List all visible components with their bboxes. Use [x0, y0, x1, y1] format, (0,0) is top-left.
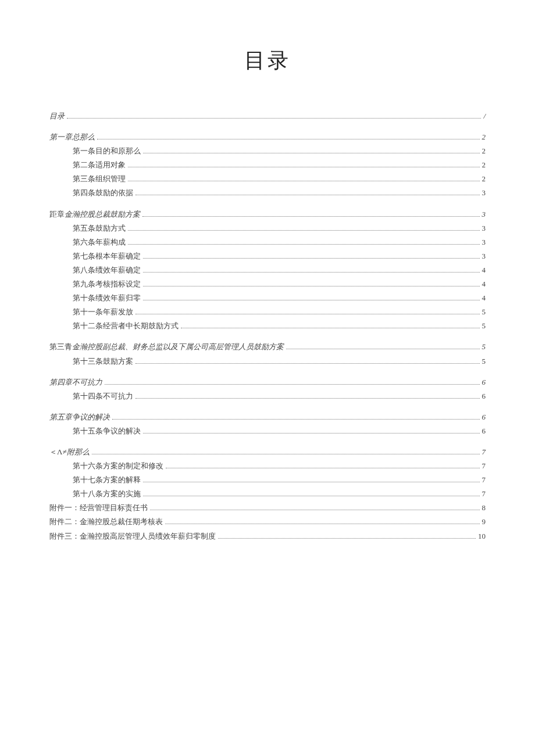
- toc-entry-page: 5: [482, 306, 486, 318]
- toc-entry-label: 第六条年薪构成: [73, 236, 126, 249]
- toc-leader-dots: [97, 139, 480, 139]
- toc-entry: 第十三条鼓励方案5: [73, 355, 486, 368]
- toc-entry-label: 距章金瀚控股总裁鼓励方案: [49, 208, 140, 221]
- toc-leader-dots: [181, 328, 480, 328]
- toc-entry: 第一章总那么2: [49, 131, 486, 144]
- toc-leader-dots: [128, 244, 480, 245]
- toc-entry-label: 第十一条年薪发放: [73, 306, 133, 318]
- toc-entry: 目录/: [49, 110, 486, 123]
- toc-entry-label: 第三青金瀚控股副总裁、财务总监以及下属公司高层管理人员鼓励方案: [49, 341, 284, 353]
- toc-entry: 第九条考核指标设定4: [73, 278, 486, 291]
- toc-entry: 第十四条不可抗力6: [73, 390, 486, 403]
- toc-entry-prefix: 第三青: [49, 342, 72, 351]
- toc-entry-label: 第五章争议的解决: [49, 411, 110, 424]
- toc-leader-dots: [128, 181, 480, 181]
- toc-entry-label: 第四条鼓励的依据: [73, 187, 133, 199]
- toc-entry-page: 4: [482, 278, 486, 291]
- toc-entry: 第十一条年薪发放5: [73, 306, 486, 318]
- toc-entry: 第七条根本年薪确定3: [73, 250, 486, 263]
- toc-entry-label: 第一条目的和原那么: [73, 145, 141, 157]
- toc-leader-dots: [143, 258, 480, 259]
- toc-entry-page: 3: [482, 250, 486, 263]
- toc-entry: 第十八条方案的实施7: [73, 488, 486, 500]
- toc-leader-dots: [143, 482, 480, 482]
- toc-entry-page: 2: [482, 145, 486, 157]
- toc-entry-page: 6: [482, 376, 486, 389]
- page-title: 目录: [49, 46, 486, 75]
- toc-entry: 距章金瀚控股总裁鼓励方案3: [49, 208, 486, 221]
- toc-entry-label: 第九条考核指标设定: [73, 278, 141, 291]
- toc-entry-page: 7: [482, 474, 486, 486]
- toc-entry-page: 3: [482, 236, 486, 249]
- toc-entry-page: /: [483, 110, 486, 123]
- toc-entry-label: 第四章不可抗力: [49, 376, 102, 389]
- toc-entry-label: ＜Λ≠附那么: [49, 446, 90, 458]
- toc-entry: 第五条鼓励方式3: [73, 222, 486, 235]
- toc-entry-page: 5: [482, 355, 486, 368]
- toc-leader-dots: [112, 419, 480, 420]
- toc-entry: 第十条绩效年薪归零4: [73, 292, 486, 304]
- toc-leader-dots: [143, 272, 480, 273]
- toc-entry-page: 9: [482, 515, 486, 528]
- toc-entry-label: 第十六条方案的制定和修改: [73, 460, 163, 472]
- toc-entry-page: 2: [482, 159, 486, 171]
- toc-entry-page: 8: [482, 501, 486, 514]
- toc-leader-dots: [150, 510, 480, 510]
- toc-entry-prefix: 距章: [49, 210, 65, 218]
- toc-entry-prefix: ＜Λ≠: [49, 447, 67, 456]
- toc-entry-page: 2: [482, 173, 486, 185]
- toc-entry: ＜Λ≠附那么7: [49, 446, 486, 458]
- toc-entry: 第二条适用对象2: [73, 159, 486, 171]
- toc-entry-page: 2: [482, 131, 486, 144]
- toc-entry: 第十二条经营者中长期鼓励方式5: [73, 320, 486, 332]
- toc-leader-dots: [142, 216, 480, 217]
- toc-entry: 附件三：金瀚控股高层管理人员绩效年薪归零制度10: [49, 530, 486, 543]
- toc-entry-label: 第十七条方案的解释: [73, 474, 141, 486]
- toc-leader-dots: [135, 363, 480, 364]
- toc-entry-label: 第七条根本年薪确定: [73, 250, 141, 263]
- toc-entry-page: 10: [478, 530, 486, 543]
- toc-entry: 第三条组织管理2: [73, 173, 486, 185]
- toc-entry-label: 第二条适用对象: [73, 159, 126, 171]
- toc-entry: 第六条年薪构成3: [73, 236, 486, 249]
- toc-entry-page: 7: [482, 460, 486, 472]
- toc-entry-page: 6: [482, 390, 486, 403]
- toc-entry-page: 5: [482, 320, 486, 332]
- toc-entry-page: 3: [482, 187, 486, 199]
- toc-entry-label: 第十四条不可抗力: [73, 390, 133, 403]
- toc-leader-dots: [128, 230, 480, 231]
- toc-leader-dots: [143, 496, 480, 496]
- toc-leader-dots: [92, 454, 480, 454]
- toc-entry-label: 第十五条争议的解决: [73, 425, 141, 438]
- toc-entry-page: 4: [482, 292, 486, 304]
- toc-entry-label: 附件二：金瀚控股总裁任期考核表: [49, 515, 163, 528]
- toc-entry-page: 7: [482, 446, 486, 458]
- toc-leader-dots: [143, 433, 480, 433]
- toc-leader-dots: [143, 153, 480, 153]
- toc-leader-dots: [135, 195, 480, 195]
- toc-entry: 附件二：金瀚控股总裁任期考核表9: [49, 515, 486, 528]
- toc-entry-label: 第十三条鼓励方案: [73, 355, 133, 368]
- toc-entry: 第五章争议的解决6: [49, 411, 486, 424]
- toc-entry-label: 第三条组织管理: [73, 173, 126, 185]
- toc-entry-label: 附件一：经营管理目标责任书: [49, 501, 148, 514]
- toc-leader-dots: [67, 118, 481, 119]
- toc-entry-label: 第十条绩效年薪归零: [73, 292, 141, 304]
- toc-entry-label: 第一章总那么: [49, 131, 95, 144]
- toc-leader-dots: [218, 538, 476, 539]
- toc-entry-label: 第八条绩效年薪确定: [73, 264, 141, 277]
- toc-entry-page: 6: [482, 425, 486, 438]
- toc-entry-page: 3: [482, 222, 486, 235]
- toc-entry: 第一条目的和原那么2: [73, 145, 486, 157]
- toc-leader-dots: [135, 314, 480, 314]
- table-of-contents: 目录/第一章总那么2第一条目的和原那么2第二条适用对象2第三条组织管理2第四条鼓…: [49, 110, 486, 543]
- toc-leader-dots: [143, 286, 480, 286]
- toc-entry-page: 6: [482, 411, 486, 424]
- toc-leader-dots: [165, 524, 480, 524]
- toc-leader-dots: [128, 167, 480, 167]
- toc-entry-label: 附件三：金瀚控股高层管理人员绩效年薪归零制度: [49, 530, 216, 543]
- toc-entry: 第八条绩效年薪确定4: [73, 264, 486, 277]
- toc-entry: 第四章不可抗力6: [49, 376, 486, 389]
- toc-leader-dots: [166, 468, 480, 468]
- toc-entry-label: 第十二条经营者中长期鼓励方式: [73, 320, 179, 332]
